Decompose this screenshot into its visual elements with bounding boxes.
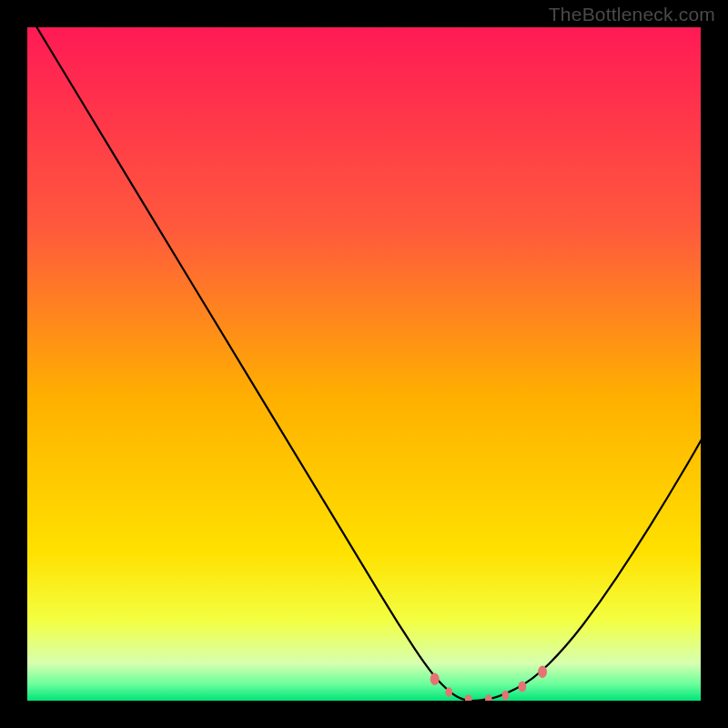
watermark-text: TheBottleneck.com — [549, 4, 715, 25]
chart-frame: TheBottleneck.com — [0, 0, 728, 728]
marker-dot — [445, 687, 452, 697]
optimal-range-markers — [27, 27, 701, 701]
marker-dot — [538, 665, 547, 678]
plot-area — [27, 27, 701, 701]
marker-dot — [430, 673, 440, 686]
marker-dot — [485, 694, 492, 701]
marker-dot — [519, 681, 527, 692]
marker-dot — [465, 694, 472, 701]
marker-dot — [502, 691, 510, 701]
